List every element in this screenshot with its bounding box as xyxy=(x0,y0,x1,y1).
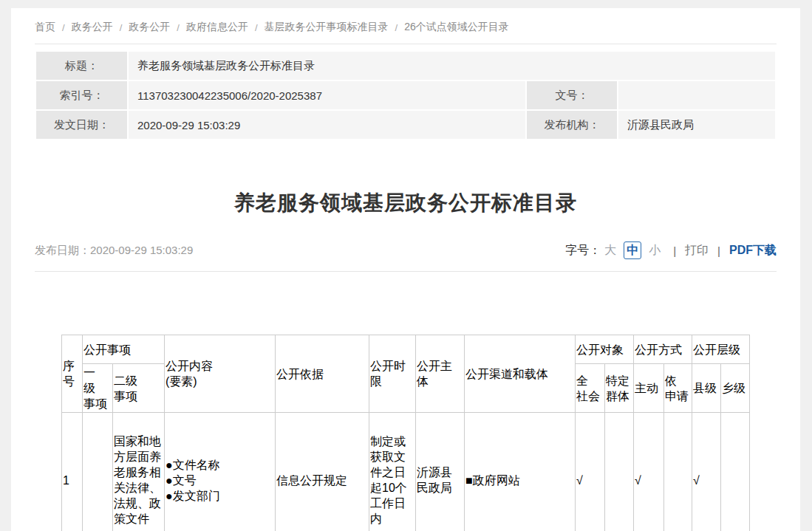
header-row-1: 序 号 公开事项 公开内容 (要素) 公开依据 公开时 限 公开主体 公开渠道和… xyxy=(62,335,750,364)
col-header-basis: 公开依据 xyxy=(276,335,369,413)
breadcrumb-home[interactable]: 首页 xyxy=(35,21,55,34)
col-header-method: 公开方式 xyxy=(634,335,692,364)
breadcrumb-separator: / xyxy=(248,22,265,33)
breadcrumb-gov-info[interactable]: 政府信息公开 xyxy=(186,21,248,34)
breadcrumb-zwgk-1[interactable]: 政务公开 xyxy=(72,21,113,34)
meta-row-date: 发文日期： 2020-09-29 15:03:29 发布机构： 沂源县民政局 xyxy=(36,111,775,139)
col-header-channel: 公开渠道和载体 xyxy=(465,335,576,413)
article-tools: 字号： 大 中 小 | 打印 | PDF下载 xyxy=(565,241,777,259)
col-header-subject: 公开主体 xyxy=(416,335,465,413)
col-header-seq: 序 号 xyxy=(62,335,83,413)
content-panel: 首页 / 政务公开 / 政务公开 / 政府信息公开 / 基层政务公开事项标准目录… xyxy=(11,8,800,531)
breadcrumb-standard-catalog[interactable]: 基层政务公开事项标准目录 xyxy=(265,21,389,34)
article-divider xyxy=(35,271,777,272)
font-size-medium-button[interactable]: 中 xyxy=(624,241,641,259)
meta-date-value: 2020-09-29 15:03:29 xyxy=(129,111,525,139)
col-header-township: 乡级 xyxy=(721,364,750,413)
cell-county-check: √ xyxy=(692,413,721,531)
cell-level1 xyxy=(83,413,113,531)
breadcrumb-divider xyxy=(35,44,777,44)
col-header-specific-group: 特定 群体 xyxy=(605,364,634,413)
meta-docnum-value xyxy=(618,81,775,109)
cell-level2: 国家和地方层面养老服务相关法律、法规、政策文件 xyxy=(113,413,165,531)
meta-row-index: 索引号： 113703230042235006/2020-2025387 文号： xyxy=(36,81,775,109)
publish-date: 发布日期：2020-09-29 15:03:29 xyxy=(35,244,193,258)
cell-proactive-check: √ xyxy=(634,413,664,531)
meta-title-value: 养老服务领域基层政务公开标准目录 xyxy=(129,52,775,80)
page-title: 养老服务领域基层政务公开标准目录 xyxy=(35,189,777,217)
meta-title-label: 标题： xyxy=(36,52,127,80)
cell-basis: 信息公开规定 xyxy=(276,413,369,531)
breadcrumb-separator: / xyxy=(55,22,72,33)
breadcrumb: 首页 / 政务公开 / 政务公开 / 政府信息公开 / 基层政务公开事项标准目录… xyxy=(35,8,777,34)
breadcrumb-zwgk-2[interactable]: 政务公开 xyxy=(129,21,170,34)
meta-docnum-label: 文号： xyxy=(527,81,617,109)
catalog-table-container: 序 号 公开事项 公开内容 (要素) 公开依据 公开时 限 公开主体 公开渠道和… xyxy=(61,335,777,531)
font-size-small-button[interactable]: 小 xyxy=(649,243,661,258)
article-meta-bar: 发布日期：2020-09-29 15:03:29 字号： 大 中 小 | 打印 … xyxy=(35,241,777,260)
col-header-level: 公开层级 xyxy=(692,335,750,364)
cell-specific-group-check xyxy=(605,413,634,531)
table-row: 1 国家和地方层面养老服务相关法律、法规、政策文件 ●文件名称 ●文号 ●发文部… xyxy=(62,413,750,531)
col-header-county: 县级 xyxy=(692,364,721,413)
breadcrumb-separator: / xyxy=(170,22,186,33)
tools-separator: | xyxy=(717,244,720,257)
cell-on-request-check xyxy=(664,413,692,531)
pdf-download-link[interactable]: PDF下载 xyxy=(729,243,777,258)
cell-time-limit: 制定或获取文件之日起10个工作日内 xyxy=(369,413,416,531)
col-header-level2: 二级 事项 xyxy=(113,364,165,413)
col-header-category: 公开事项 xyxy=(83,335,165,364)
meta-index-value: 113703230042235006/2020-2025387 xyxy=(129,81,525,109)
publish-date-value: 2020-09-29 15:03:29 xyxy=(90,244,193,256)
cell-channel: ■政府网站 xyxy=(465,413,576,531)
meta-publisher-label: 发布机构： xyxy=(527,111,617,139)
col-header-level1: 一 级 事项 xyxy=(83,364,113,413)
breadcrumb-separator: / xyxy=(113,22,129,33)
publish-date-label: 发布日期： xyxy=(35,244,90,256)
cell-subject: 沂源县民政局 xyxy=(416,413,465,531)
document-meta-table: 标题： 养老服务领域基层政务公开标准目录 索引号： 11370323004223… xyxy=(35,50,777,140)
meta-index-label: 索引号： xyxy=(36,81,127,109)
col-header-proactive: 主动 xyxy=(634,364,664,413)
font-size-large-button[interactable]: 大 xyxy=(604,243,616,258)
col-header-audience: 公开对象 xyxy=(576,335,634,364)
meta-date-label: 发文日期： xyxy=(36,111,127,139)
col-header-on-request: 依 申请 xyxy=(664,364,692,413)
font-size-label: 字号： xyxy=(565,243,601,258)
print-button[interactable]: 打印 xyxy=(685,243,709,258)
breadcrumb-pilot-catalog[interactable]: 26个试点领域公开目录 xyxy=(404,21,509,34)
meta-publisher-value: 沂源县民政局 xyxy=(618,111,775,139)
cell-all-society-check: √ xyxy=(576,413,605,531)
catalog-table: 序 号 公开事项 公开内容 (要素) 公开依据 公开时 限 公开主体 公开渠道和… xyxy=(61,335,750,531)
cell-seq: 1 xyxy=(62,413,83,531)
cell-township-check xyxy=(721,413,750,531)
meta-row-title: 标题： 养老服务领域基层政务公开标准目录 xyxy=(36,52,775,80)
tools-separator: | xyxy=(673,244,676,257)
cell-content: ●文件名称 ●文号 ●发文部门 xyxy=(165,413,276,531)
col-header-all-society: 全 社会 xyxy=(576,364,605,413)
col-header-content: 公开内容 (要素) xyxy=(165,335,276,413)
col-header-time-limit: 公开时 限 xyxy=(369,335,416,413)
breadcrumb-separator: / xyxy=(389,22,405,33)
